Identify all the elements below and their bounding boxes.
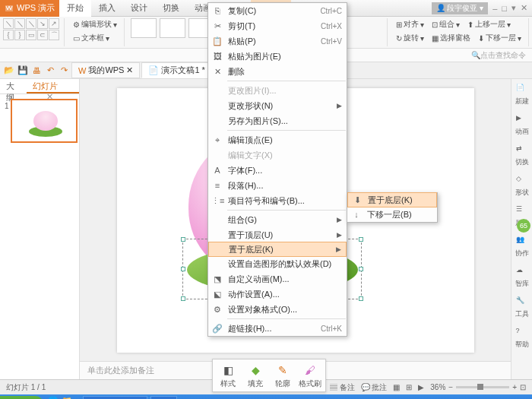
- mi-para[interactable]: ≡段落(H)...: [208, 178, 347, 193]
- smi-down[interactable]: ↓下移一层(B): [347, 207, 437, 222]
- shape-gallery[interactable]: ＼＼＼↘↗ {}▭⊂⌒: [3, 18, 59, 40]
- mi-paste[interactable]: 📋粘贴(P)Ctrl+V: [208, 33, 347, 49]
- tab-trans[interactable]: 切换: [155, 0, 187, 17]
- selpane-button[interactable]: ▦ 选择窗格: [429, 32, 473, 44]
- ql-icon[interactable]: 📁: [62, 396, 72, 399]
- mi-cut[interactable]: ✂剪切(T)Ctrl+X: [208, 18, 347, 33]
- style-preset[interactable]: [160, 18, 185, 38]
- open-icon[interactable]: 📂: [3, 65, 15, 77]
- rside-tool[interactable]: 🔧工具: [515, 296, 529, 319]
- mi-group[interactable]: 组合(G)▶: [208, 212, 347, 227]
- doc-tab-mywps[interactable]: W我的WPS ✕: [71, 62, 140, 78]
- mi-delete[interactable]: ✕删除: [208, 64, 347, 79]
- rotate-button[interactable]: ↻ 旋转▾: [394, 32, 426, 44]
- task-item[interactable]: W...: [150, 396, 177, 399]
- min-icon[interactable]: –: [492, 4, 497, 13]
- outline-tab[interactable]: 大纲: [0, 79, 27, 93]
- view-show-icon[interactable]: ▶: [418, 383, 424, 391]
- mi-edittext: 编辑文字(X): [208, 147, 347, 163]
- resize-handle[interactable]: [181, 237, 185, 242]
- style-preset[interactable]: [131, 18, 157, 38]
- slides-tab[interactable]: 幻灯片✕: [27, 79, 79, 93]
- redo-icon[interactable]: ↷: [58, 65, 70, 77]
- mi-bottom[interactable]: 置于底层(K)▶: [208, 242, 347, 257]
- separator: [227, 318, 346, 319]
- resize-handle[interactable]: [181, 296, 185, 301]
- comments-toggle[interactable]: 💬 批注: [361, 382, 388, 393]
- slide-thumb-1[interactable]: 1: [11, 99, 78, 143]
- zoom-in-icon[interactable]: +: [512, 383, 517, 391]
- max-icon[interactable]: □: [502, 4, 507, 13]
- save-icon[interactable]: 💾: [17, 65, 29, 77]
- zoom-fit-icon[interactable]: ⊡: [520, 383, 526, 391]
- mi-font[interactable]: A字体(F)...: [208, 163, 347, 178]
- resize-handle[interactable]: [181, 267, 185, 271]
- user-badge[interactable]: 👤 段宇俊亚 ▾: [432, 2, 489, 14]
- zoom-slider[interactable]: [456, 386, 509, 388]
- zoom-control[interactable]: 36% − + ⊡: [430, 383, 526, 391]
- textbox-button[interactable]: ▭ 文本框 ▾: [71, 32, 119, 44]
- mini-outline[interactable]: ✎轮廓: [270, 362, 296, 389]
- rside-trans[interactable]: ⇄切换: [515, 144, 529, 167]
- opts-icon[interactable]: ▾: [511, 3, 516, 13]
- resize-handle[interactable]: [359, 296, 363, 301]
- slide-number: 1: [5, 102, 9, 110]
- mi-bullets[interactable]: ⋮≡项目符号和编号(B)...: [208, 193, 347, 208]
- mini-toolbar: ◧样式 ◆填充 ✎轮廓 🖌格式刷: [212, 359, 326, 392]
- align-button[interactable]: ⊞ 对齐▾: [394, 18, 426, 30]
- start-button[interactable]: ⊞ 开始: [0, 396, 43, 400]
- view-sorter-icon[interactable]: ⊞: [406, 383, 412, 391]
- rside-new[interactable]: 📄新建: [515, 84, 529, 106]
- mi-format[interactable]: ⚙设置对象格式(O)...: [208, 302, 347, 317]
- sendback-icon: ⬇: [351, 195, 363, 205]
- print-icon[interactable]: 🖶: [30, 65, 43, 77]
- mi-link[interactable]: 🔗超链接(H)...Ctrl+K: [208, 321, 347, 336]
- rside-help[interactable]: ?帮助: [515, 327, 529, 350]
- down-button[interactable]: ⬇ 下移一层▾: [476, 32, 524, 44]
- smi-bottom[interactable]: ⬇置于底层(K): [347, 192, 437, 207]
- mi-anim[interactable]: ⬔自定义动画(M)...: [208, 271, 347, 287]
- tab-design[interactable]: 设计: [123, 0, 155, 17]
- resize-handle[interactable]: [359, 267, 363, 271]
- notification-badge[interactable]: 65: [517, 219, 530, 233]
- rside-collab[interactable]: 👥协作: [515, 236, 529, 258]
- paste-icon: 📋: [211, 36, 223, 46]
- rside-anim[interactable]: ▶动画: [515, 114, 529, 137]
- list-icon: ⋮≡: [211, 196, 223, 206]
- zoom-out-icon[interactable]: −: [448, 383, 453, 391]
- undo-icon[interactable]: ↶: [44, 65, 56, 77]
- mini-style[interactable]: ◧样式: [215, 362, 241, 389]
- mi-defaults[interactable]: 设置自选图形的默认效果(D): [208, 256, 347, 271]
- rside-lib[interactable]: ☁智库: [515, 266, 529, 289]
- tab-insert[interactable]: 插入: [91, 0, 123, 17]
- backward-icon: ↓: [350, 210, 363, 219]
- rside-shape[interactable]: ◇形状: [515, 175, 529, 198]
- separator: [227, 130, 346, 131]
- close-icon[interactable]: ✕: [521, 3, 527, 13]
- font-icon: A: [211, 166, 223, 175]
- mi-editpts[interactable]: ⌖编辑顶点(E): [208, 132, 347, 147]
- mi-action[interactable]: ⬕动作设置(A)...: [208, 287, 347, 302]
- resize-handle[interactable]: [359, 237, 363, 242]
- notes-toggle[interactable]: ▤ 备注: [330, 382, 355, 393]
- arrow-right-icon: ▶: [336, 245, 341, 253]
- task-item[interactable]: 📊 演示文稿1 *: [83, 396, 147, 399]
- mi-pasteimg[interactable]: 🖼粘贴为图片(E): [208, 49, 347, 64]
- ql-icon[interactable]: 🌐: [48, 396, 59, 399]
- panel-tabs: 大纲 幻灯片✕: [0, 79, 79, 94]
- mi-saveas[interactable]: 另存为图片(S)...: [208, 113, 347, 128]
- mini-brush[interactable]: 🖌格式刷: [297, 362, 323, 389]
- ql-icon[interactable]: »: [75, 396, 80, 399]
- mi-changeshape[interactable]: 更改形状(N)▶: [208, 98, 347, 113]
- ribbon-edit: ⚙ 编辑形状 ▾ ▭ 文本框 ▾: [71, 18, 125, 46]
- mini-fill[interactable]: ◆填充: [242, 362, 268, 389]
- up-button[interactable]: ⬆ 上移一层▾: [465, 18, 513, 30]
- mi-copy[interactable]: ⎘复制(C)Ctrl+C: [208, 3, 347, 18]
- edit-shape-button[interactable]: ⚙ 编辑形状 ▾: [71, 18, 119, 30]
- group-button[interactable]: ⊡ 组合▾: [429, 18, 462, 30]
- ribbon-styles: [131, 18, 220, 46]
- gear-icon: ⚙: [211, 305, 223, 315]
- view-normal-icon[interactable]: ▦: [393, 383, 400, 391]
- mi-top[interactable]: 置于顶层(U)▶: [208, 227, 347, 242]
- tab-home[interactable]: 开始: [59, 0, 91, 17]
